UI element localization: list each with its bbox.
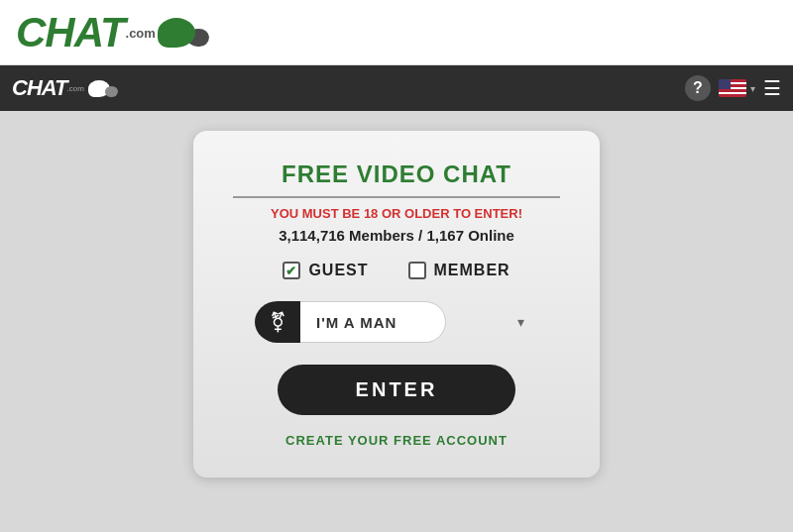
guest-label: GUEST [308,262,368,279]
guest-checkbox[interactable]: ✔ [283,262,300,279]
flag-icon [719,79,746,97]
language-selector[interactable]: ▾ [719,79,755,97]
nav-bubble-small-icon [105,86,118,97]
flag-chevron-icon: ▾ [750,83,755,94]
member-option[interactable]: MEMBER [408,262,510,279]
logo-bar: CHAT .com [0,0,793,65]
nav-right: ? ▾ ☰ [685,75,781,101]
create-account-link[interactable]: CREATE YOUR FREE ACCOUNT [285,433,508,448]
login-card: FREE VIDEO CHAT YOU MUST BE 18 OR OLDER … [193,131,600,478]
age-warning: YOU MUST BE 18 OR OLDER TO ENTER! [271,206,522,221]
logo-text: CHAT [16,9,125,56]
members-count: 3,114,716 Members / 1,167 Online [279,227,514,244]
bubble-main-icon [158,18,195,48]
logo-com-text: .com [126,26,156,41]
card-title: FREE VIDEO CHAT [233,160,560,198]
nav-logo-text: CHAT [12,75,66,101]
member-checkbox[interactable] [408,262,426,279]
nav-bar: CHAT .com ? ▾ ☰ [0,65,793,111]
gender-symbol-icon: ⚧ [270,310,286,334]
help-button[interactable]: ? [685,75,711,101]
enter-button[interactable]: ENTER [278,365,515,415]
flag-canton [719,79,731,89]
gender-chevron-icon: ▾ [517,314,524,330]
gender-icon-button[interactable]: ⚧ [255,301,300,343]
gender-select[interactable]: I'M A MAN I'M A WOMAN I'M A COUPLE [300,301,446,343]
nav-logo-com: .com [66,84,83,93]
nav-logo: CHAT .com [12,75,118,101]
mode-selection: ✔ GUEST MEMBER [283,262,510,279]
member-label: MEMBER [434,262,510,279]
guest-option[interactable]: ✔ GUEST [283,262,368,279]
gender-row: ⚧ I'M A MAN I'M A WOMAN I'M A COUPLE ▾ [233,301,560,343]
hamburger-menu-icon[interactable]: ☰ [763,78,781,98]
gender-select-wrapper: I'M A MAN I'M A WOMAN I'M A COUPLE ▾ [300,301,538,343]
logo-bubble [158,18,209,48]
main-content: FREE VIDEO CHAT YOU MUST BE 18 OR OLDER … [0,111,793,532]
